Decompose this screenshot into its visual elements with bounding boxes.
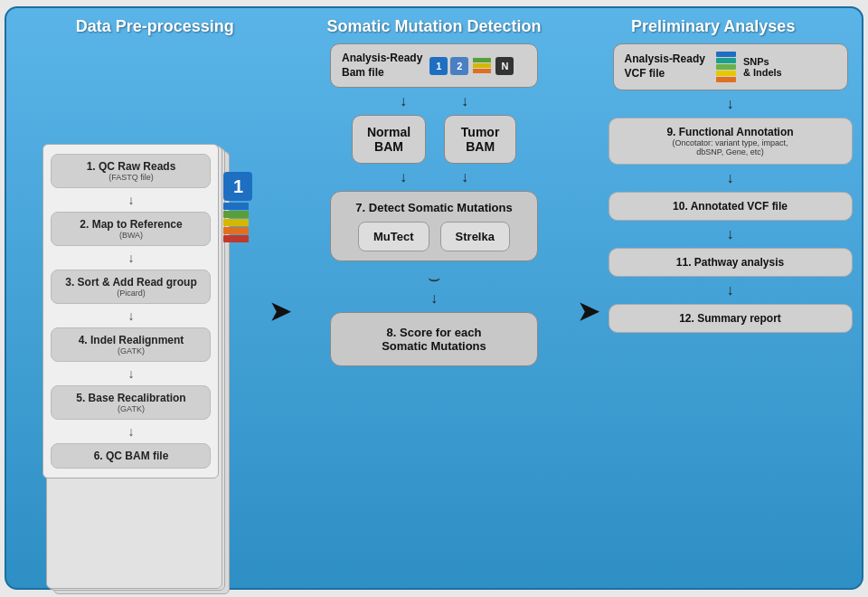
snp-legend: SNPs& Indels xyxy=(743,56,782,78)
step-6-box: 6. QC BAM file xyxy=(51,443,211,469)
main-container: Data Pre-processing Somatic Mutation Det… xyxy=(5,6,863,590)
step-4-sub: (GATK) xyxy=(59,346,203,355)
brace-arrow: ⌣ ↓ xyxy=(428,267,440,307)
step-2-box: 2. Map to Reference (BWA) xyxy=(51,212,211,246)
bam-row: Normal BAM Tumor BAM xyxy=(352,115,516,164)
step-10-title: 10. Annotated VCF file xyxy=(622,200,839,213)
normal-bam-box: Normal BAM xyxy=(352,115,426,164)
arrow-left-mid: ➤ xyxy=(268,43,292,579)
content-area: 1. QC Raw Reads (FASTQ file) ↓ 2. Map to… xyxy=(15,43,853,579)
step-9-sub: (Oncotator: variant type, impact, dbSNP,… xyxy=(622,138,839,156)
arrow-2: ↓ xyxy=(51,251,211,264)
arrow-10-11: ↓ xyxy=(727,226,734,242)
mid-arrows: ↓ ↓ xyxy=(400,93,468,109)
step-1-box: 1. QC Raw Reads (FASTQ file) xyxy=(51,154,211,188)
tumor-bam-box: Tumor BAM xyxy=(444,115,516,164)
step-5-sub: (GATK) xyxy=(59,404,203,413)
step-4-box: 4. Indel Realignment (GATK) xyxy=(51,327,211,362)
tools-row: MuTect Strelka xyxy=(344,222,524,251)
badge-1: 1 xyxy=(223,172,252,201)
step-5-box: 5. Base Recalibration (GATK) xyxy=(51,385,211,420)
bam-num-1: 1 xyxy=(429,57,448,75)
step-2-title: 2. Map to Reference xyxy=(59,218,203,231)
stacked-papers: 1. QC Raw Reads (FASTQ file) ↓ 2. Map to… xyxy=(42,144,232,479)
arrow-4: ↓ xyxy=(51,367,211,380)
detect-title: 7. Detect Somatic Mutations xyxy=(344,201,524,214)
step-11-box: 11. Pathway analysis xyxy=(609,248,853,277)
step-1-title: 1. QC Raw Reads xyxy=(59,160,203,173)
vcf-box: Analysis-ReadyVCF file SNPs& Indels xyxy=(613,43,848,90)
mid-arrows-2: ↓ ↓ xyxy=(400,169,468,185)
arrow-9-10: ↓ xyxy=(727,170,734,186)
bam-numbers: 1 2 N xyxy=(429,57,514,75)
step-1-sub: (FASTQ file) xyxy=(59,173,203,182)
right-header: Preliminary Analyses xyxy=(573,17,853,36)
step-6-title: 6. QC BAM file xyxy=(59,450,203,462)
step-10-box: 10. Annotated VCF file xyxy=(609,192,853,221)
strelka-box: Strelka xyxy=(440,222,510,251)
step-3-box: 3. Sort & Add Read group (Picard) xyxy=(51,270,211,304)
left-header: Data Pre-processing xyxy=(15,17,295,36)
arrow-vcf-9: ↓ xyxy=(727,96,734,112)
mutect-box: MuTect xyxy=(358,222,429,251)
main-paper: 1. QC Raw Reads (FASTQ file) ↓ 2. Map to… xyxy=(42,144,219,479)
mid-header: Somatic Mutation Detection xyxy=(295,17,574,36)
section-headers: Data Pre-processing Somatic Mutation Det… xyxy=(15,17,853,36)
bam-file-box: Analysis-ReadyBam file 1 2 N xyxy=(330,43,538,88)
arrow-mid-right: ➤ xyxy=(576,43,600,579)
step-4-title: 4. Indel Realignment xyxy=(59,334,203,346)
step-2-sub: (BWA) xyxy=(59,231,203,240)
arrow-3: ↓ xyxy=(51,309,211,322)
arrow-5: ↓ xyxy=(51,425,211,438)
step-9-title: 9. Functional Annotation xyxy=(622,126,839,138)
arrow-1: ↓ xyxy=(51,194,211,206)
vcf-label: Analysis-ReadyVCF file xyxy=(625,52,705,81)
step-3-title: 3. Sort & Add Read group xyxy=(59,276,203,289)
bam-n-badge: N xyxy=(495,57,514,75)
step-5-title: 5. Base Recalibration xyxy=(59,392,203,404)
right-panel: Analysis-ReadyVCF file SNPs& Indels ↓ 9.… xyxy=(608,43,853,579)
bam-num-2: 2 xyxy=(450,57,468,75)
arrow-11-12: ↓ xyxy=(727,282,734,298)
step-12-title: 12. Summary report xyxy=(622,312,839,325)
num-badge-container: 1 xyxy=(223,172,252,242)
left-panel: 1. QC Raw Reads (FASTQ file) ↓ 2. Map to… xyxy=(15,43,260,579)
detect-box: 7. Detect Somatic Mutations MuTect Strel… xyxy=(330,191,538,261)
mid-panel: Analysis-ReadyBam file 1 2 N ↓ ↓ xyxy=(299,43,569,579)
step-11-title: 11. Pathway analysis xyxy=(622,256,839,269)
bam-file-label: Analysis-ReadyBam file xyxy=(342,52,422,80)
score-box: 8. Score for each Somatic Mutations xyxy=(330,312,538,366)
step-12-box: 12. Summary report xyxy=(609,304,853,333)
step-3-sub: (Picard) xyxy=(59,289,203,298)
step-9-box: 9. Functional Annotation (Oncotator: var… xyxy=(609,118,853,165)
